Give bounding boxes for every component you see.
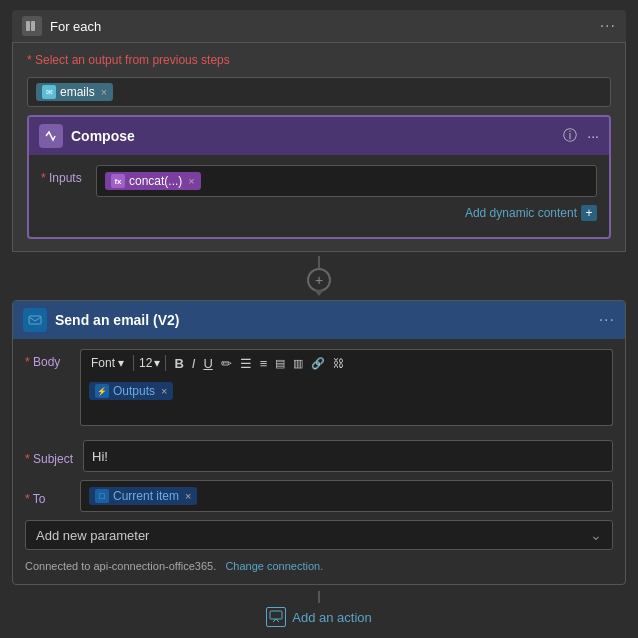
concat-icon: fx <box>111 174 125 188</box>
compose-title: Compose <box>71 128 135 144</box>
font-size-dropdown[interactable]: 12 ▾ <box>139 356 160 370</box>
main-container: For each ··· * Select an output from pre… <box>0 0 638 638</box>
compose-ellipsis-button[interactable]: ··· <box>587 128 599 144</box>
body-input[interactable]: ⚡ Outputs × <box>80 376 613 426</box>
select-output-label: * Select an output from previous steps <box>27 53 611 67</box>
current-item-tag: □ Current item × <box>89 487 197 505</box>
font-size-value: 12 <box>139 356 152 370</box>
pen-button[interactable]: ✏ <box>218 355 235 372</box>
toolbar-sep-1 <box>133 355 134 371</box>
current-item-icon: □ <box>95 489 109 503</box>
send-email-header: Send an email (V2) ··· <box>13 301 625 339</box>
italic-button[interactable]: I <box>189 355 199 372</box>
to-label: * To <box>25 492 70 506</box>
send-email-icon <box>23 308 47 332</box>
add-action-label: Add an action <box>292 610 372 625</box>
for-each-icon <box>22 16 42 36</box>
font-size-arrow: ▾ <box>154 356 160 370</box>
outputs-tag: ⚡ Outputs × <box>89 382 173 400</box>
svg-rect-0 <box>26 21 30 31</box>
send-email-title: Send an email (V2) <box>55 312 179 328</box>
bullet-list-button[interactable]: ☰ <box>237 355 255 372</box>
body-label: * Body <box>25 355 70 369</box>
subject-value: Hi! <box>92 449 108 464</box>
compose-header: Compose ⓘ ··· <box>29 117 609 155</box>
compose-header-left: Compose <box>39 124 135 148</box>
emails-tag-close[interactable]: × <box>101 86 107 98</box>
current-item-text: Current item <box>113 489 179 503</box>
to-input[interactable]: □ Current item × <box>80 480 613 512</box>
connector-line-top <box>318 256 320 268</box>
body-toolbar: Font ▾ 12 ▾ B I U ✏ ☰ <box>80 349 613 376</box>
inputs-field-row: * Inputs fx concat(...) × Add dynamic co… <box>41 165 597 221</box>
add-dynamic-text: Add dynamic content <box>465 206 577 220</box>
concat-close[interactable]: × <box>188 175 194 187</box>
concat-text: concat(...) <box>129 174 182 188</box>
align-left-button[interactable]: ▤ <box>272 356 288 371</box>
add-param-row[interactable]: Add new parameter ⌄ <box>25 520 613 550</box>
emails-tag-text: emails <box>60 85 95 99</box>
emails-tag: ✉ emails × <box>36 83 113 101</box>
add-action-icon <box>266 607 286 627</box>
toolbar-sep-2 <box>165 355 166 371</box>
body-field-row: * Body Font ▾ 12 ▾ B <box>25 349 613 426</box>
font-drop-arrow: ▾ <box>118 356 124 370</box>
to-field-row: * To □ Current item × <box>25 480 613 512</box>
outputs-text: Outputs <box>113 384 155 398</box>
for-each-title: For each <box>50 19 101 34</box>
inputs-label: * Inputs <box>41 171 86 185</box>
bottom-action: Add an action <box>258 591 380 631</box>
for-each-left: For each <box>22 16 101 36</box>
for-each-body: * Select an output from previous steps ✉… <box>12 42 626 252</box>
bottom-connector-line <box>318 591 320 603</box>
font-dropdown[interactable]: Font ▾ <box>87 354 128 372</box>
svg-rect-3 <box>270 611 282 619</box>
outputs-icon: ⚡ <box>95 384 109 398</box>
body-editor: Font ▾ 12 ▾ B I U ✏ ☰ <box>80 349 613 426</box>
chevron-down-icon: ⌄ <box>590 527 602 543</box>
compose-info-button[interactable]: ⓘ <box>563 127 577 145</box>
align-center-button[interactable]: ▥ <box>290 356 306 371</box>
for-each-header: For each ··· <box>12 10 626 42</box>
compose-icon <box>39 124 63 148</box>
select-output-text: * Select an output from previous steps <box>27 53 230 67</box>
send-email-ellipsis-button[interactable]: ··· <box>599 311 615 329</box>
ordered-list-button[interactable]: ≡ <box>257 355 271 372</box>
link-button[interactable]: 🔗 <box>308 356 328 371</box>
compose-body: * Inputs fx concat(...) × Add dynamic co… <box>29 155 609 237</box>
connector: + <box>307 256 331 296</box>
connected-text: Connected to api-connection-office365. <box>25 560 216 572</box>
subject-label: * Subject <box>25 452 73 466</box>
outputs-close[interactable]: × <box>161 385 167 397</box>
send-email-header-left: Send an email (V2) <box>23 308 179 332</box>
bold-button[interactable]: B <box>171 355 186 372</box>
compose-header-right: ⓘ ··· <box>563 127 599 145</box>
for-each-ellipsis-button[interactable]: ··· <box>600 17 616 35</box>
add-action-button[interactable]: Add an action <box>258 603 380 631</box>
connector-arrow <box>314 290 324 296</box>
compose-block: Compose ⓘ ··· * Inputs fx concat(...) <box>27 115 611 239</box>
svg-rect-1 <box>31 21 35 31</box>
send-email-block: Send an email (V2) ··· * Body Font ▾ <box>12 300 626 585</box>
subject-field-row: * Subject Hi! <box>25 440 613 472</box>
current-item-close[interactable]: × <box>185 490 191 502</box>
connected-row: Connected to api-connection-office365. C… <box>25 558 613 574</box>
concat-tag: fx concat(...) × <box>105 172 201 190</box>
emails-tag-icon: ✉ <box>42 85 56 99</box>
change-connection-link[interactable]: Change connection. <box>225 560 323 572</box>
svg-rect-2 <box>29 316 41 324</box>
underline-button[interactable]: U <box>200 355 215 372</box>
font-label: Font <box>91 356 115 370</box>
select-output-input[interactable]: ✉ emails × <box>27 77 611 107</box>
add-dynamic-button[interactable]: Add dynamic content + <box>465 205 597 221</box>
inputs-field[interactable]: fx concat(...) × <box>96 165 597 197</box>
link-alt-button[interactable]: ⛓ <box>330 356 347 370</box>
send-email-body: * Body Font ▾ 12 ▾ B <box>13 339 625 584</box>
add-step-button[interactable]: + <box>307 268 331 292</box>
add-dynamic-row: Add dynamic content + <box>96 205 597 221</box>
add-param-label: Add new parameter <box>36 528 149 543</box>
add-dynamic-plus-icon: + <box>581 205 597 221</box>
subject-input[interactable]: Hi! <box>83 440 613 472</box>
